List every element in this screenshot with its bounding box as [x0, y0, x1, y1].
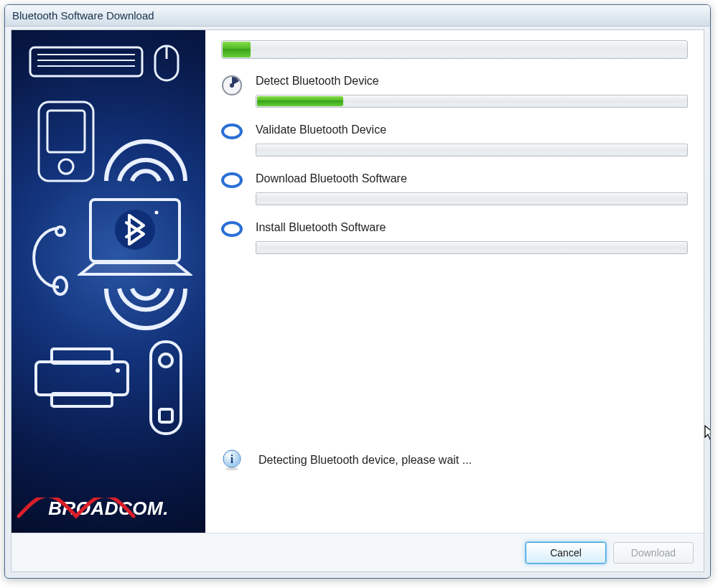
svg-text:i: i: [230, 453, 234, 465]
status-message: Detecting Bluetooth device, please wait …: [258, 454, 472, 467]
sidebar-artwork: BROADCOM.: [11, 30, 205, 533]
svg-rect-18: [151, 342, 181, 434]
step-progress: [256, 95, 688, 108]
svg-rect-20: [159, 409, 172, 422]
svg-rect-0: [30, 47, 142, 76]
svg-point-19: [159, 354, 172, 367]
step-progress: [256, 192, 688, 205]
step-pending-icon: [221, 221, 243, 237]
cancel-button[interactable]: Cancel: [526, 542, 606, 564]
cursor-icon: [704, 425, 711, 444]
installer-window: Bluetooth Software Download: [4, 4, 711, 579]
main-panel: Detect Bluetooth Device Validate Bluetoo…: [205, 30, 704, 533]
step-validate: Validate Bluetooth Device: [221, 123, 688, 157]
step-progress: [256, 144, 688, 157]
svg-point-17: [116, 368, 120, 373]
overall-progress-fill: [223, 42, 251, 57]
step-download: Download Bluetooth Software: [221, 172, 688, 205]
svg-point-26: [225, 467, 238, 470]
footer: Cancel Download: [11, 533, 704, 571]
window-title: Bluetooth Software Download: [12, 9, 154, 22]
step-pending-icon: [221, 172, 243, 188]
svg-point-10: [56, 227, 65, 235]
svg-rect-7: [47, 111, 85, 152]
step-label: Validate Bluetooth Device: [256, 123, 688, 136]
step-label: Download Bluetooth Software: [256, 172, 688, 185]
client-area: BROADCOM.: [11, 29, 704, 572]
step-label: Install Bluetooth Software: [256, 221, 688, 234]
step-install: Install Bluetooth Software: [221, 221, 688, 254]
step-pending-icon: [221, 123, 243, 139]
info-icon: i: [221, 449, 243, 471]
svg-point-22: [230, 83, 234, 88]
step-label: Detect Bluetooth Device: [256, 75, 688, 88]
step-active-icon: [221, 75, 243, 96]
svg-rect-15: [36, 362, 128, 395]
svg-point-8: [59, 159, 73, 174]
titlebar[interactable]: Bluetooth Software Download: [5, 5, 710, 27]
step-detect: Detect Bluetooth Device: [221, 75, 688, 108]
step-progress: [256, 241, 688, 254]
step-progress-fill: [257, 96, 343, 106]
svg-point-13: [155, 211, 159, 215]
brand-logo: BROADCOM.: [11, 498, 205, 520]
status-row: i Detecting Bluetooth device, please wai…: [221, 449, 472, 471]
download-button[interactable]: Download: [613, 542, 694, 564]
overall-progress: [221, 40, 688, 59]
